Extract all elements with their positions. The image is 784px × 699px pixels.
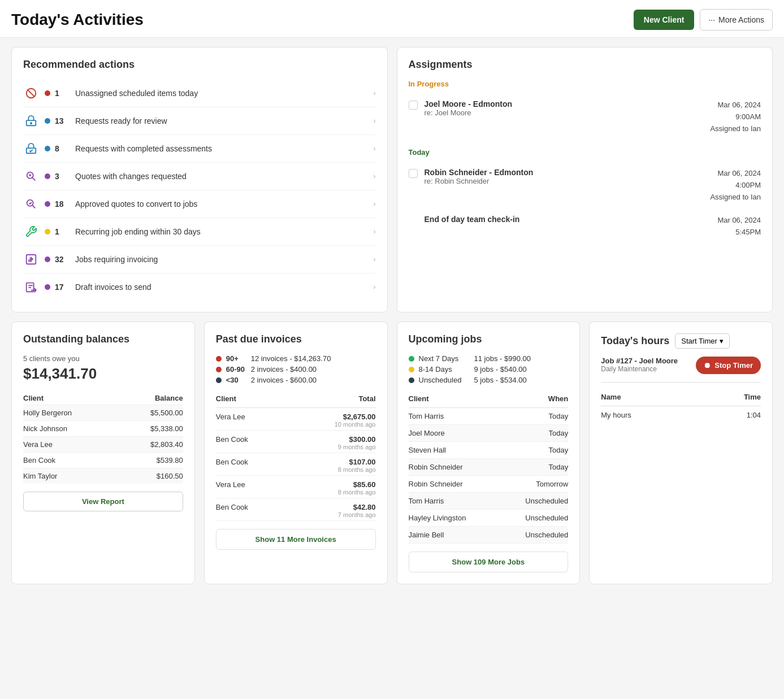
action-count: 32 (55, 255, 68, 264)
invoice-client: Ben Cook (216, 453, 286, 476)
legend-summary: 12 invoices - $14,263.70 (251, 354, 331, 363)
legend-label: Next 7 Days (419, 354, 470, 363)
today-label: Today (409, 148, 761, 157)
action-label: Unassigned scheduled items today (75, 89, 374, 98)
assignment-re: re: Joel Moore (425, 108, 711, 117)
past-due-legend: 90+12 invoices - $14,263.7060-902 invoic… (216, 354, 376, 384)
show-more-jobs-button[interactable]: Show 109 More Jobs (409, 552, 569, 572)
view-report-button[interactable]: View Report (23, 492, 183, 511)
outstanding-title: Outstanding balances (23, 333, 183, 345)
legend-dot (409, 377, 414, 383)
recommended-actions-title: Recommended actions (23, 59, 376, 71)
action-row-approved-quotes[interactable]: 18 Approved quotes to convert to jobs › (23, 190, 376, 218)
chevron-right-icon: › (374, 117, 376, 125)
legend-row: 60-902 invoices - $400.00 (216, 365, 376, 374)
assignment-info: Robin Schneider - Edmonton re: Robin Sch… (425, 168, 711, 185)
table-row: Ben Cook$539.80 (23, 453, 183, 468)
upcoming-jobs-table: Client When Tom HarrisTodayJoel MooreTod… (409, 392, 569, 544)
inbox-check-icon (23, 141, 39, 157)
assignment-date: Mar 06, 2024 (710, 99, 761, 111)
assignment-row[interactable]: Joel Moore - Edmonton re: Joel Moore Mar… (409, 94, 761, 140)
job-client: Tom Harris (409, 493, 500, 510)
legend-summary: 2 invoices - $400.00 (251, 365, 317, 374)
hours-header: Today's hours Start Timer ▾ (601, 333, 761, 349)
action-row-requests-assessed[interactable]: 8 Requests with completed assessments › (23, 135, 376, 163)
outstanding-balances-card: Outstanding balances 5 clients owe you $… (11, 322, 195, 584)
action-row-jobs-invoicing[interactable]: 32 Jobs requiring invoicing › (23, 246, 376, 273)
table-row: Vera Lee$2,803.40 (23, 437, 183, 453)
legend-range: 60-90 (226, 365, 246, 374)
invoice-amount: $85.608 months ago (286, 476, 375, 498)
legend-row: 90+12 invoices - $14,263.70 (216, 354, 376, 363)
invoice-amount: $300.009 months ago (286, 431, 375, 453)
action-count: 18 (55, 199, 68, 209)
dollar-square-icon (23, 251, 39, 267)
action-label: Requests with completed assessments (75, 144, 374, 153)
job-when: Today (500, 408, 569, 425)
action-count: 17 (55, 283, 68, 292)
invoice-client: Ben Cook (216, 498, 286, 521)
wrench-icon (23, 224, 39, 240)
table-row: My hours1:04 (601, 406, 761, 424)
show-more-invoices-button[interactable]: Show 11 More Invoices (216, 529, 376, 550)
invoice-send-icon (23, 279, 39, 295)
past-due-table: Client Total Vera Lee$2,675.0010 months … (216, 392, 376, 521)
invoice-amount: $2,675.0010 months ago (286, 408, 375, 431)
client-name: Holly Bergeron (23, 405, 119, 421)
action-dot (45, 146, 50, 151)
table-row: Vera Lee$2,675.0010 months ago (216, 408, 376, 431)
action-row-quotes-changes[interactable]: 3 Quotes with changes requested › (23, 163, 376, 190)
legend-dot (216, 377, 222, 383)
assignment-assigned: Assigned to Ian (710, 123, 761, 135)
legend-range: 90+ (226, 354, 246, 363)
assignment-info: Joel Moore - Edmonton re: Joel Moore (425, 99, 711, 117)
legend-summary: 9 jobs - $540.00 (474, 365, 527, 374)
chevron-right-icon: › (374, 228, 376, 236)
more-actions-button[interactable]: ··· More Actions (700, 9, 773, 31)
outstanding-subtitle: 5 clients owe you (23, 354, 183, 363)
assignments-today-list: Robin Schneider - Edmonton re: Robin Sch… (409, 162, 761, 209)
job-client: Jaimie Bell (409, 527, 500, 544)
action-label: Quotes with changes requested (75, 172, 374, 181)
start-timer-button[interactable]: Start Timer ▾ (675, 333, 730, 349)
jobs-col-when: When (500, 392, 569, 408)
legend-dot (409, 356, 414, 362)
action-row-recurring-job[interactable]: 1 Recurring job ending within 30 days › (23, 218, 376, 246)
chevron-right-icon: › (374, 283, 376, 291)
balance-col-balance: Balance (119, 392, 183, 405)
table-row: Joel MooreToday (409, 425, 569, 442)
table-row: Tom HarrisToday (409, 408, 569, 425)
assignments-card: Assignments In Progress Joel Moore - Edm… (397, 47, 773, 312)
eod-row: End of day team check-in Mar 06, 2024 5:… (409, 209, 761, 244)
action-row-unassigned[interactable]: 1 Unassigned scheduled items today › (23, 80, 376, 107)
assignment-checkbox[interactable] (409, 169, 418, 178)
eod-time: 5:45PM (717, 227, 761, 238)
job-name: Job #127 - Joel Moore (601, 357, 678, 365)
assignment-row[interactable]: Robin Schneider - Edmonton re: Robin Sch… (409, 162, 761, 209)
action-count: 13 (55, 116, 68, 125)
job-when: Today (500, 442, 569, 459)
action-row-requests-review[interactable]: 13 Requests ready for review › (23, 107, 376, 135)
client-name: Vera Lee (23, 437, 119, 453)
client-name: Kim Taylor (23, 468, 119, 484)
recommended-actions-list: 1 Unassigned scheduled items today › 13 … (23, 80, 376, 301)
assignment-name: Robin Schneider - Edmonton (425, 168, 711, 177)
balance-col-client: Client (23, 392, 119, 405)
new-client-button[interactable]: New Client (634, 10, 695, 30)
invoice-client: Ben Cook (216, 431, 286, 453)
table-row: Tom HarrisUnscheduled (409, 493, 569, 510)
stop-timer-button[interactable]: ⏺ Stop Timer (696, 357, 761, 374)
job-when: Today (500, 425, 569, 442)
stop-icon: ⏺ (704, 361, 711, 370)
inbox-down-icon (23, 113, 39, 129)
action-row-draft-invoices[interactable]: 17 Draft invoices to send › (23, 273, 376, 301)
legend-row: Next 7 Days11 jobs - $990.00 (409, 354, 569, 363)
svg-line-5 (32, 177, 35, 180)
action-dot (45, 173, 50, 179)
assignment-checkbox[interactable] (409, 101, 418, 110)
svg-line-7 (32, 205, 35, 208)
table-row: Hayley LivingstonUnscheduled (409, 510, 569, 527)
job-client: Joel Moore (409, 425, 500, 442)
chevron-down-icon: ▾ (720, 337, 724, 345)
search-edit-icon (23, 168, 39, 184)
